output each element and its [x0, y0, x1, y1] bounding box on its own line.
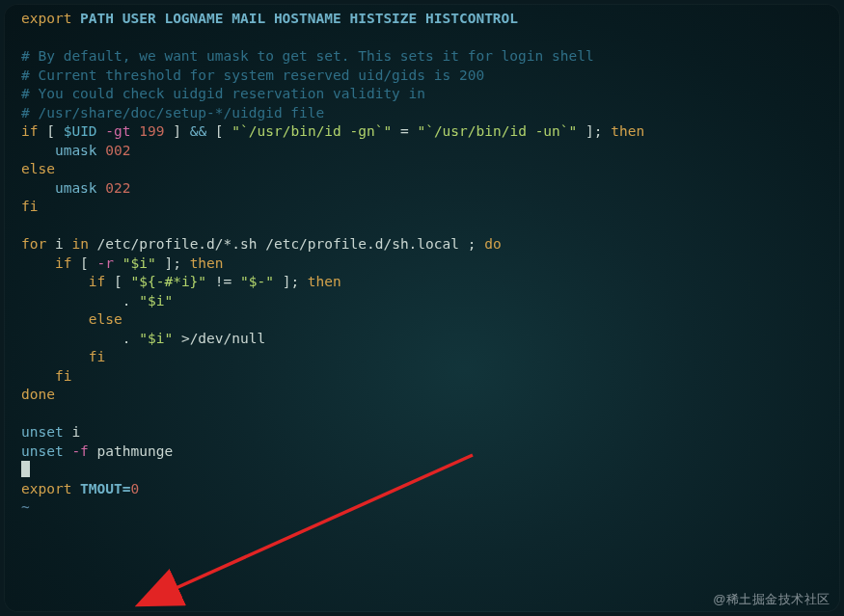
comment: # /usr/share/doc/setup-*/uidgid file [21, 105, 324, 121]
env-vars: PATH USER LOGNAME MAIL HOSTNAME HISTSIZE… [80, 11, 518, 26]
kw-then: then [611, 123, 644, 139]
var-tmout: TMOUT= [80, 481, 130, 496]
string: "$i" [139, 293, 173, 308]
cmd-unset: unset [21, 443, 64, 459]
watermark: @稀土掘金技术社区 [713, 591, 830, 608]
comment: # Current threshold for system reserved … [21, 67, 484, 83]
num: 199 [139, 123, 164, 139]
var-uid: $UID [64, 123, 97, 139]
string: "$-" [240, 274, 274, 289]
kw-for: for [21, 236, 46, 252]
string: "`/usr/bin/id -un`" [417, 123, 577, 139]
num: 002 [105, 143, 130, 158]
arg: i [71, 424, 80, 440]
var-i: i [55, 236, 64, 252]
kw-if: if [21, 123, 38, 139]
comment: # You could check uidgid reservation val… [21, 86, 425, 101]
flag-r: -r [97, 255, 114, 271]
op-and: && [190, 123, 206, 139]
kw-fi: fi [89, 349, 105, 364]
flag-f: -f [71, 443, 88, 459]
kw-else: else [89, 311, 123, 327]
kw-export: export [21, 481, 80, 496]
arg: pathmunge [97, 443, 174, 459]
cursor [21, 461, 30, 477]
path-glob: /etc/profile.d/*.sh /etc/profile.d/sh.lo… [97, 236, 468, 252]
cmd-unset: unset [21, 424, 64, 440]
source-dot: . [123, 293, 139, 308]
string: "$i" [123, 255, 156, 271]
code-block: export PATH USER LOGNAME MAIL HOSTNAME H… [21, 10, 823, 518]
kw-fi: fi [21, 199, 38, 214]
flag-gt: -gt [105, 123, 130, 139]
num: 022 [105, 180, 130, 196]
kw-if: if [55, 255, 71, 271]
kw-else: else [21, 161, 55, 176]
comment: # By default, we want umask to get set. … [21, 48, 594, 64]
redirect: > [173, 331, 189, 346]
kw-fi: fi [55, 368, 71, 384]
source-dot: . [123, 331, 139, 346]
kw-then: then [308, 274, 341, 289]
kw-then: then [190, 255, 224, 271]
kw-do: do [484, 236, 501, 252]
cmd-umask: umask [55, 143, 97, 158]
kw-if: if [89, 274, 105, 289]
kw-done: done [21, 387, 55, 402]
cmd-umask: umask [55, 180, 97, 196]
string: "$i" [139, 331, 173, 346]
string: "`/usr/bin/id -gn`" [231, 123, 392, 139]
string: "${-#*i}" [131, 274, 207, 289]
num-zero: 0 [131, 481, 140, 496]
vim-tilde: ~ [21, 499, 30, 515]
terminal-window[interactable]: export PATH USER LOGNAME MAIL HOSTNAME H… [4, 4, 840, 612]
kw-in: in [71, 236, 88, 252]
kw-export: export [21, 11, 80, 26]
path-devnull: /dev/null [190, 331, 266, 346]
